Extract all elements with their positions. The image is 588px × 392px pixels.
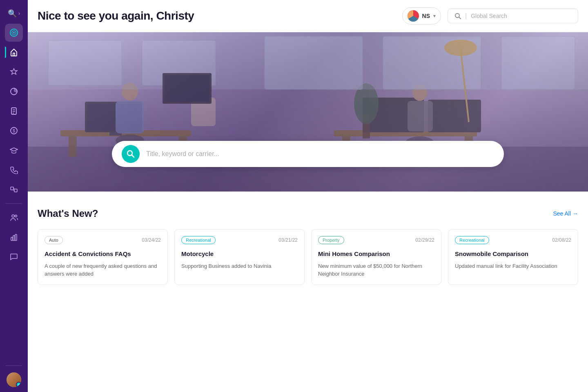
svg-point-13 [15,215,17,217]
card-description: A couple of new frequently asked questio… [45,262,161,278]
sidebar-item-reports[interactable] [5,82,23,100]
section-header: What's New? See All → [38,208,578,219]
hero-search-bar[interactable] [112,141,504,167]
svg-line-52 [132,155,134,157]
sidebar-item-calls[interactable] [5,161,23,179]
ns-label: NS [422,13,430,19]
page-title: Nice to see you again, Christy [38,9,396,22]
phone-icon [10,166,18,174]
transfer-icon [10,185,18,194]
card-date: 02/08/22 [552,237,571,243]
card-header: Property 02/29/22 [318,236,434,244]
news-card[interactable]: Recreational 02/08/22 Snowmobile Compari… [448,229,578,285]
search-divider: | [465,12,467,20]
graduation-icon [10,146,18,154]
svg-point-12 [12,215,14,217]
global-search-placeholder: Global Search [471,13,507,19]
sidebar-item-home[interactable] [5,43,23,61]
global-search-icon [454,13,461,19]
home-icon [10,48,18,56]
chat-icon [10,253,18,261]
card-header: Recreational 02/08/22 [455,236,571,244]
sidebar-search-toggle[interactable]: 🔍 › [0,5,28,22]
see-all-arrow: → [572,210,578,217]
dollar-icon: $ [10,127,18,135]
card-title: Snowmobile Comparison [455,250,571,258]
spiral-icon [9,28,18,37]
global-search-box[interactable]: | Global Search [448,9,578,23]
barchart-icon [10,233,18,241]
sidebar-expand-icon: › [18,11,20,16]
svg-line-18 [459,17,461,19]
card-date: 02/29/22 [415,237,434,243]
card-description: New minimum value of $50,000 for Norther… [318,262,434,278]
hero-search-icon-circle [122,145,140,163]
pie-icon [10,87,18,96]
hero-banner [28,32,588,192]
card-header: Auto 03/24/22 [45,236,161,244]
ns-chevron-icon: ▾ [433,13,436,19]
svg-rect-11 [14,189,17,192]
news-card[interactable]: Recreational 03/21/22 Motorcycle Support… [174,229,305,285]
sidebar-bottom: ⚙ [6,362,22,387]
user-avatar[interactable]: ⚙ [7,372,21,387]
sidebar-item-analytics[interactable] [5,228,23,246]
sidebar-divider [6,203,22,204]
content-area: What's New? See All → Auto 03/24/22 Acci… [28,192,588,295]
svg-rect-14 [11,237,13,241]
sidebar-item-documents[interactable] [5,102,23,120]
sidebar-item-users[interactable] [5,209,23,227]
svg-point-2 [13,32,15,33]
card-date: 03/24/22 [142,237,161,243]
card-title: Motorcycle [181,250,298,258]
sidebar-item-learning[interactable] [5,141,23,159]
sidebar-item-transfer[interactable] [5,180,23,198]
see-all-label: See All [553,210,571,217]
sidebar-item-messages[interactable] [5,248,23,266]
card-description: Updated manual link for Facility Associa… [455,262,571,270]
sidebar-top: 🔍 › [0,5,28,266]
card-badge: Recreational [181,236,216,244]
hero-search-icon [126,149,135,158]
hero-search-container [112,141,504,167]
ns-selector[interactable]: NS ▾ [402,7,441,24]
see-all-link[interactable]: See All → [553,210,578,217]
card-title: Accident & Convictions FAQs [45,250,161,258]
card-date: 03/21/22 [278,237,298,243]
sidebar-divider-bottom [6,365,22,366]
sidebar: 🔍 › [0,0,28,392]
ns-logo-inner [408,10,419,22]
hero-search-input[interactable] [146,150,494,158]
svg-text:$: $ [13,128,15,133]
avatar-settings-icon: ⚙ [17,383,21,387]
users-icon [10,214,18,222]
card-badge: Recreational [455,236,489,244]
svg-rect-16 [15,234,17,241]
sidebar-item-brand[interactable] [5,24,23,42]
avatar-badge: ⚙ [16,382,21,387]
main-content: Nice to see you again, Christy NS ▾ | Gl… [28,0,588,392]
sidebar-search-icon: 🔍 [8,9,17,18]
sidebar-item-favorites[interactable] [5,63,23,81]
card-header: Recreational 03/21/22 [181,236,298,244]
sidebar-item-finance[interactable]: $ [5,122,23,140]
card-badge: Auto [45,236,63,244]
card-badge: Property [318,236,344,244]
section-title: What's New? [38,208,98,219]
news-cards-grid: Auto 03/24/22 Accident & Convictions FAQ… [38,229,578,285]
card-title: Mini Homes Comparison [318,250,434,258]
star-icon [10,68,18,76]
hero-overlay [28,32,588,192]
card-description: Supporting Business added to Navinia [181,262,298,270]
ns-logo [408,10,419,22]
svg-rect-10 [11,187,13,190]
document-icon [10,107,18,115]
news-card[interactable]: Property 02/29/22 Mini Homes Comparison … [311,229,441,285]
svg-rect-15 [13,236,15,241]
topbar: Nice to see you again, Christy NS ▾ | Gl… [28,0,588,32]
news-card[interactable]: Auto 03/24/22 Accident & Convictions FAQ… [38,229,168,285]
